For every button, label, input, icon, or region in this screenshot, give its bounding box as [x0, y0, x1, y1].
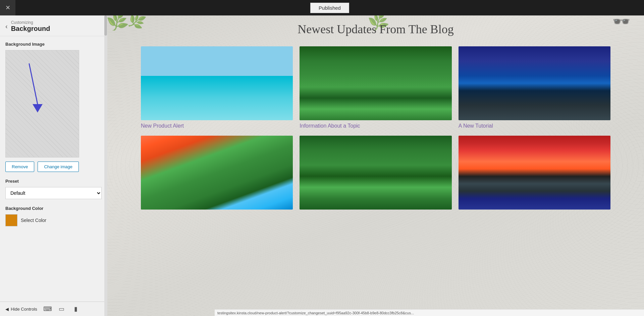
blog-card-5	[300, 136, 451, 210]
blog-section-title: Newest Updates From The Blog	[298, 22, 453, 36]
sidebar-body: Background Image Remove Change image Pre…	[0, 36, 107, 302]
sidebar-bottom: ◀ Hide Controls ⌨ ▭ ▮	[0, 302, 107, 316]
close-button[interactable]: ✕	[0, 0, 15, 15]
preset-section: Preset Default Fill Fit Stretch Tile Cen…	[5, 179, 102, 199]
svg-marker-1	[33, 104, 43, 112]
blog-section: Newest Updates From The Blog New Product…	[107, 15, 644, 309]
color-swatch[interactable]	[5, 214, 17, 226]
preset-dropdown[interactable]: Default Fill Fit Stretch Tile Center	[5, 187, 102, 199]
blog-card-4	[141, 136, 293, 210]
select-color-button[interactable]: Select Color	[21, 218, 46, 223]
header-text: Customizing Background	[11, 20, 50, 33]
blog-card-2: Information About a Topic	[300, 46, 451, 129]
monitor-icon[interactable]: ⌨	[44, 305, 51, 313]
blog-link-2[interactable]: Information About a Topic	[300, 123, 451, 129]
hide-controls-button[interactable]: ◀ Hide Controls	[5, 307, 37, 312]
url-text: testingsitex.kinsta.cloud/new-product-al…	[217, 311, 414, 315]
bg-image-preview	[5, 50, 79, 157]
main-content: ‹ Customizing Background Background Imag…	[0, 15, 644, 316]
bg-color-label: Background Color	[5, 206, 102, 211]
blog-image-6	[459, 136, 610, 210]
preset-label: Preset	[5, 179, 102, 184]
hide-controls-icon: ◀	[5, 307, 9, 312]
back-arrow-icon[interactable]: ‹	[5, 22, 8, 30]
close-icon: ✕	[5, 4, 10, 11]
blog-image-3	[459, 46, 610, 120]
blog-card-3: A New Tutorial	[459, 46, 610, 129]
url-bar: testingsitex.kinsta.cloud/new-product-al…	[215, 309, 644, 316]
image-buttons: Remove Change image	[5, 162, 102, 172]
color-row: Select Color	[5, 214, 102, 226]
svg-line-0	[29, 64, 38, 104]
published-button[interactable]: Published	[310, 3, 349, 13]
scroll-thumb	[104, 15, 107, 36]
customizing-label: Customizing	[11, 20, 50, 25]
background-image-section: Background Image	[5, 42, 102, 157]
blog-grid: New Product Alert Information About a To…	[141, 46, 610, 210]
page-title: Background	[11, 25, 50, 33]
blog-image-5	[300, 136, 451, 210]
top-bar: ✕ Published	[0, 0, 644, 15]
blog-image-2	[300, 46, 451, 120]
preview-inner: 🌿 🌿 🌿 🕶️ Newest Updates From The Blog Ne…	[107, 15, 644, 316]
background-color-section: Background Color Select Color	[5, 206, 102, 226]
bg-image-label: Background Image	[5, 42, 102, 47]
arrow-annotation	[22, 60, 49, 114]
sidebar-header: ‹ Customizing Background	[0, 15, 107, 36]
preview-area: 🌿 🌿 🌿 🕶️ Newest Updates From The Blog Ne…	[107, 15, 644, 316]
sidebar: ‹ Customizing Background Background Imag…	[0, 15, 107, 316]
blog-card-1: New Product Alert	[141, 46, 293, 129]
blog-card-6	[459, 136, 610, 210]
blog-link-1[interactable]: New Product Alert	[141, 123, 293, 129]
blog-image-1	[141, 46, 293, 120]
change-image-button[interactable]: Change image	[38, 162, 79, 172]
tablet-icon[interactable]: ▭	[58, 305, 65, 313]
blog-image-4	[141, 136, 293, 210]
mobile-icon[interactable]: ▮	[72, 305, 79, 313]
blog-link-3[interactable]: A New Tutorial	[459, 123, 610, 129]
scrollbar[interactable]	[104, 15, 107, 316]
hide-controls-label: Hide Controls	[11, 307, 37, 312]
remove-image-button[interactable]: Remove	[5, 162, 34, 172]
